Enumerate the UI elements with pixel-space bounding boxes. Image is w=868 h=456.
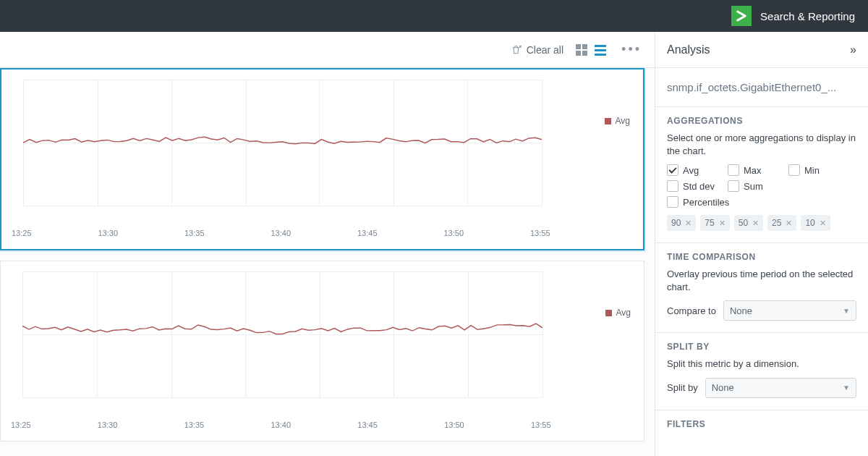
chip-label: 50 xyxy=(739,218,748,228)
checkbox-percentiles[interactable]: Percentiles xyxy=(667,196,754,208)
checkbox-min[interactable]: Min xyxy=(788,164,841,176)
checkbox-icon xyxy=(728,164,739,176)
section-heading: AGGREGATIONS xyxy=(667,116,856,126)
chip-label: 25 xyxy=(772,218,781,228)
brand-icon xyxy=(731,6,752,26)
panel-title: Analysis xyxy=(667,43,710,56)
section-heading: TIME COMPARISON xyxy=(667,252,856,262)
percentile-chip[interactable]: 25✕ xyxy=(767,215,796,231)
chart-legend: Avg xyxy=(605,308,631,318)
legend-swatch xyxy=(605,310,612,316)
chart-plot xyxy=(23,80,542,206)
time-comparison-section: TIME COMPARISON Overlay previous time pe… xyxy=(655,243,868,333)
app-title: Search & Reporting xyxy=(760,10,855,22)
checkbox-icon xyxy=(667,164,678,176)
percentile-chip[interactable]: 10✕ xyxy=(801,215,830,231)
split-by-section: SPLIT BY Split this metric by a dimensio… xyxy=(655,333,868,410)
view-toggle xyxy=(575,43,607,56)
more-menu-icon[interactable]: ••• xyxy=(618,42,644,57)
clear-all-label: Clear all xyxy=(527,44,563,56)
svg-rect-1 xyxy=(582,44,587,49)
panel-header: Analysis » xyxy=(655,32,868,68)
close-icon[interactable]: ✕ xyxy=(719,219,726,228)
chevron-down-icon: ▼ xyxy=(843,307,850,315)
percentile-chip[interactable]: 75✕ xyxy=(700,215,729,231)
aggregations-section: AGGREGATIONS Select one or more aggregat… xyxy=(655,107,868,243)
legend-label: Avg xyxy=(616,308,631,318)
checkbox-avg[interactable]: Avg xyxy=(667,164,719,176)
checkbox-stddev[interactable]: Std dev xyxy=(667,180,719,192)
chart-toolbar: Clear all ••• xyxy=(0,32,655,68)
section-heading: SPLIT BY xyxy=(667,342,856,352)
checkbox-max[interactable]: Max xyxy=(728,164,780,176)
clear-all-button[interactable]: Clear all xyxy=(511,44,563,56)
filters-section: FILTERS xyxy=(655,410,868,447)
grid-view-icon[interactable] xyxy=(575,43,588,56)
panel-collapse-icon[interactable]: » xyxy=(850,43,856,56)
chevron-down-icon: ▼ xyxy=(843,384,850,392)
svg-rect-4 xyxy=(595,45,606,47)
checkbox-icon xyxy=(667,196,678,208)
checkbox-icon xyxy=(728,180,739,192)
checkbox-label: Max xyxy=(744,165,762,176)
checkbox-label: Percentiles xyxy=(683,197,729,208)
compare-to-select[interactable]: None ▼ xyxy=(723,300,856,321)
percentile-chip[interactable]: 90✕ xyxy=(667,215,696,231)
checkbox-icon xyxy=(667,180,678,192)
section-desc: Select one or more aggregations to displ… xyxy=(667,132,856,157)
chart-area: Avg xyxy=(0,68,655,456)
svg-rect-2 xyxy=(576,51,581,56)
section-heading: FILTERS xyxy=(667,419,856,429)
metric-name[interactable]: snmp.if_octets.GigabitEthernet0_... xyxy=(655,68,868,107)
chip-label: 75 xyxy=(705,218,714,228)
section-desc: Overlay previous time period on the sele… xyxy=(667,268,856,293)
chip-label: 10 xyxy=(805,218,814,228)
percentile-chip[interactable]: 50✕ xyxy=(734,215,763,231)
split-by-select[interactable]: None ▼ xyxy=(705,378,856,398)
chart-card[interactable]: Avg xyxy=(0,261,644,442)
select-value: None xyxy=(730,305,752,316)
analysis-panel: Analysis » snmp.if_octets.GigabitEtherne… xyxy=(655,32,868,456)
list-view-icon[interactable] xyxy=(594,43,607,56)
close-icon[interactable]: ✕ xyxy=(786,219,792,228)
checkbox-icon xyxy=(788,164,800,176)
checkbox-label: Std dev xyxy=(683,181,715,192)
svg-rect-5 xyxy=(595,49,606,51)
chart-legend: Avg xyxy=(605,116,630,126)
checkbox-sum[interactable]: Sum xyxy=(728,180,780,192)
chart-card[interactable]: Avg xyxy=(0,68,644,250)
svg-rect-0 xyxy=(576,44,581,49)
clear-icon xyxy=(511,44,522,56)
checkbox-label: Avg xyxy=(683,165,699,176)
percentile-chips: 90✕75✕50✕25✕10✕ xyxy=(667,215,856,231)
legend-swatch xyxy=(605,118,611,124)
select-value: None xyxy=(712,382,734,393)
close-icon[interactable]: ✕ xyxy=(685,219,692,228)
chart-plot xyxy=(22,271,542,397)
svg-rect-6 xyxy=(595,54,606,56)
section-desc: Split this metric by a dimension. xyxy=(667,358,856,371)
close-icon[interactable]: ✕ xyxy=(752,219,759,228)
svg-rect-3 xyxy=(582,51,587,56)
field-label: Split by xyxy=(667,382,698,393)
top-bar: Search & Reporting xyxy=(0,0,868,32)
legend-label: Avg xyxy=(616,116,630,126)
close-icon[interactable]: ✕ xyxy=(820,219,826,228)
field-label: Compare to xyxy=(667,305,716,316)
checkbox-label: Min xyxy=(804,165,820,176)
chip-label: 90 xyxy=(671,218,681,228)
checkbox-label: Sum xyxy=(744,181,763,192)
